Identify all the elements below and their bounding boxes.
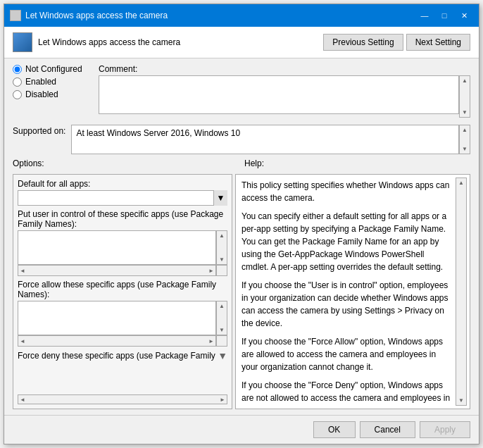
help-para-2: You can specify either a default setting… — [242, 210, 453, 273]
main-area: Not Configured Enabled Disabled Comment: — [4, 58, 479, 415]
put-user-corner — [216, 265, 227, 276]
radio-not-configured[interactable]: Not Configured — [13, 64, 90, 74]
options-scroll-right-icon: ► — [220, 397, 225, 403]
title-bar-controls: — □ ✕ — [415, 8, 473, 23]
labels-row: Options: Help: — [13, 158, 470, 168]
window-title: Let Windows apps access the camera — [25, 11, 168, 20]
help-scroll-wrap: This policy setting specifies whether Wi… — [239, 178, 467, 406]
supported-section: Supported on: At least Windows Server 20… — [13, 125, 470, 154]
default-apps-row: Default for all apps: ▼ — [18, 179, 227, 206]
supported-label: Supported on: — [13, 125, 65, 136]
radio-group: Not Configured Enabled Disabled — [13, 64, 90, 118]
force-allow-vscroll[interactable]: ▲ ▼ — [216, 301, 227, 335]
options-label: Options: — [13, 158, 242, 168]
put-user-scroll-right-icon: ► — [208, 268, 214, 274]
maximize-button[interactable]: □ — [435, 8, 453, 23]
put-user-scroll-up-icon: ▲ — [219, 232, 225, 239]
window-icon — [10, 10, 21, 21]
title-bar: Let Windows apps access the camera — □ ✕ — [4, 4, 479, 27]
options-section: Default for all apps: ▼ Put user in cont… — [13, 174, 232, 409]
force-allow-textarea[interactable] — [18, 301, 216, 335]
minimize-button[interactable]: — — [415, 8, 434, 23]
header-buttons: Previous Setting Next Setting — [323, 34, 470, 51]
radio-disabled-label: Disabled — [25, 89, 58, 99]
radio-enabled-input[interactable] — [13, 77, 22, 87]
header-title: Let Windows apps access the camera — [38, 37, 180, 47]
ok-button[interactable]: OK — [313, 421, 356, 438]
next-setting-button[interactable]: Next Setting — [406, 34, 470, 51]
put-user-label: Put user in control of these specific ap… — [18, 209, 227, 229]
radio-disabled-input[interactable] — [13, 90, 22, 99]
supported-scroll-up-icon: ▲ — [462, 127, 468, 133]
comment-scroll-down-icon: ▼ — [462, 109, 468, 116]
help-para-5: If you choose the "Force Deny" option, W… — [242, 379, 453, 406]
supported-value-wrap: At least Windows Server 2016, Windows 10… — [71, 125, 470, 154]
default-apps-label: Default for all apps: — [18, 179, 227, 189]
force-allow-corner — [216, 335, 227, 347]
help-para-3: If you choose the "User is in control" o… — [242, 279, 453, 330]
force-deny-scroll-down-icon: ▼ — [218, 350, 227, 361]
previous-setting-button[interactable]: Previous Setting — [323, 34, 403, 51]
title-bar-left: Let Windows apps access the camera — [10, 10, 168, 21]
radio-enabled[interactable]: Enabled — [13, 77, 90, 87]
options-scroll-left-icon: ◄ — [20, 397, 25, 403]
cancel-button[interactable]: Cancel — [360, 421, 415, 438]
radio-disabled[interactable]: Disabled — [13, 89, 90, 99]
header-left: Let Windows apps access the camera — [13, 32, 180, 52]
put-user-scroll-left-icon: ◄ — [20, 268, 25, 274]
radio-comment-row: Not Configured Enabled Disabled Comment: — [13, 64, 470, 118]
comment-label: Comment: — [99, 64, 470, 74]
comment-textarea-wrap: ▲ ▼ — [99, 75, 470, 118]
put-user-textarea-wrap: ▲ ▼ ◄ ► — [18, 230, 227, 276]
supported-value: At least Windows Server 2016, Windows 10 — [71, 125, 459, 154]
policy-icon — [13, 32, 32, 52]
put-user-hscroll[interactable]: ◄ ► — [18, 265, 216, 276]
options-help-row: Default for all apps: ▼ Put user in cont… — [13, 174, 470, 409]
put-user-textarea[interactable] — [18, 230, 216, 265]
radio-not-configured-input[interactable] — [13, 65, 22, 74]
put-user-row: Put user in control of these specific ap… — [18, 209, 227, 276]
help-vscroll[interactable]: ▲ ▼ — [456, 178, 467, 406]
force-allow-row: Force allow these specific apps (use Pac… — [18, 280, 227, 347]
apply-button[interactable]: Apply — [420, 421, 470, 438]
radio-enabled-label: Enabled — [25, 77, 56, 87]
close-button[interactable]: ✕ — [455, 8, 473, 23]
force-allow-label: Force allow these specific apps (use Pac… — [18, 280, 227, 299]
footer: OK Cancel Apply — [4, 415, 479, 444]
help-scroll-down-icon: ▼ — [458, 397, 464, 404]
help-para-4: If you choose the "Force Allow" option, … — [242, 335, 453, 373]
main-window: Let Windows apps access the camera — □ ✕… — [4, 4, 479, 444]
force-allow-scroll-down-icon: ▼ — [219, 327, 225, 333]
comment-area: Comment: ▲ ▼ — [99, 64, 470, 118]
header-section: Let Windows apps access the camera Previ… — [4, 27, 479, 58]
help-para-1: This policy setting specifies whether Wi… — [242, 179, 453, 204]
put-user-scroll-down-icon: ▼ — [219, 256, 225, 263]
help-label: Help: — [242, 158, 470, 168]
force-allow-scroll-up-icon: ▲ — [219, 303, 225, 309]
force-allow-scroll-left-icon: ◄ — [20, 338, 25, 344]
put-user-vscroll[interactable]: ▲ ▼ — [216, 230, 227, 265]
comment-scroll-up-icon: ▲ — [462, 77, 468, 84]
comment-textarea[interactable] — [99, 75, 459, 114]
force-allow-textarea-wrap: ▲ ▼ ◄ ► — [18, 301, 227, 347]
help-text: This policy setting specifies whether Wi… — [239, 178, 456, 406]
supported-vscroll[interactable]: ▲ ▼ — [459, 125, 470, 154]
default-dropdown-wrap: ▼ — [18, 190, 227, 206]
force-allow-scroll-right-icon: ► — [208, 338, 214, 344]
force-deny-row: Force deny these specific apps (use Pack… — [18, 350, 227, 361]
supported-scroll-down-icon: ▼ — [462, 146, 468, 152]
force-allow-hscroll[interactable]: ◄ ► — [18, 335, 216, 347]
help-section: This policy setting specifies whether Wi… — [235, 174, 470, 409]
comment-vscroll[interactable]: ▲ ▼ — [459, 75, 470, 118]
options-hscroll[interactable]: ◄ ► — [18, 394, 227, 404]
force-deny-label: Force deny these specific apps (use Pack… — [18, 351, 215, 361]
help-scroll-up-icon: ▲ — [458, 180, 464, 186]
default-dropdown[interactable] — [18, 190, 227, 206]
radio-not-configured-label: Not Configured — [25, 64, 82, 74]
